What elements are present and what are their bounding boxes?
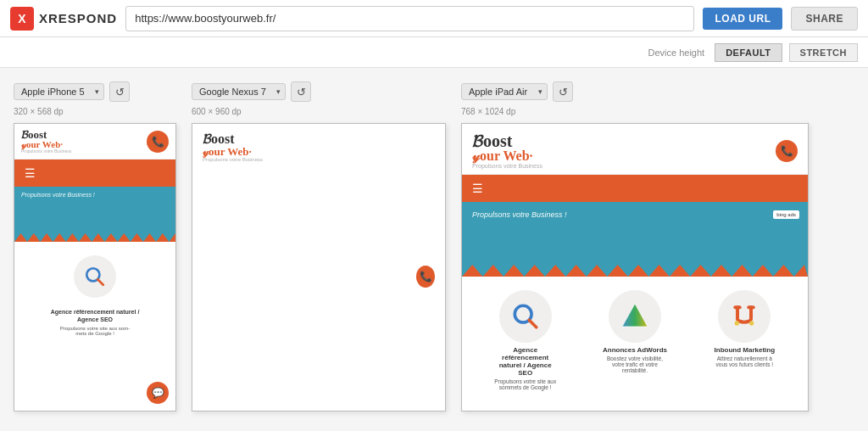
iphone-service-icons — [19, 249, 170, 308]
nexus-dims: 600 × 960 dp — [192, 107, 242, 116]
ipad-services-row: Agenceréférencementnaturel / Agence SEO … — [467, 283, 803, 397]
ipad-dims: 768 × 1024 dp — [461, 107, 515, 116]
load-url-button[interactable]: LOAD URL — [703, 8, 782, 30]
iphone-search-svg — [84, 266, 106, 288]
ipad-services: Agenceréférencementnaturel / Agence SEO … — [462, 277, 808, 404]
nexus-rotate-button[interactable]: ↺ — [291, 81, 311, 102]
ipad-nav: ☰ — [462, 175, 808, 202]
toolbar: Device height DEFAULT STRETCH — [0, 37, 868, 68]
svg-point-11 — [749, 321, 754, 325]
ipad-brand: 𝓑oost 𝓎our Web· Propulsons votre Busines… — [472, 132, 542, 169]
iphone-device-select[interactable]: Apple iPhone 5 — [14, 83, 104, 100]
iphone-brand: 𝓑oost 𝓎our Web· Propulsons votre Busines… — [21, 129, 71, 154]
ipad-search-icon-circle — [499, 290, 552, 343]
iphone-hero: Propulsons votre Business ! — [14, 187, 175, 242]
main-area: Apple iPhone 5 ↺ 320 × 568 dp 𝓑oost 𝓎our… — [0, 68, 868, 431]
svg-line-5 — [529, 320, 537, 327]
iphone-phone-badge: 📞 — [147, 131, 169, 153]
logo: X XRESPOND — [10, 7, 117, 31]
ipad-preview: 𝓑oost 𝓎our Web· Propulsons votre Busines… — [462, 124, 808, 411]
ipad-adwords-svg — [620, 301, 650, 332]
iphone-site-header: 𝓑oost 𝓎our Web· Propulsons votre Busines… — [14, 124, 175, 160]
ipad-phone-badge: 📞 — [776, 140, 798, 162]
ipad-device-select[interactable]: Apple iPad Air — [461, 83, 548, 100]
ipad-service-inbound: Inbound Marketing Attirez naturellement … — [710, 290, 778, 390]
svg-point-12 — [735, 321, 739, 325]
device-nexus-header: Google Nexus 7 ↺ — [192, 81, 311, 102]
ipad-seo-desc: Propulsons votre site aux sommets de Goo… — [492, 378, 559, 390]
ipad-service-seo: Agenceréférencementnaturel / Agence SEO … — [492, 290, 559, 390]
nexus-phone-badge: 📞 — [416, 266, 435, 288]
logo-icon: X — [10, 7, 34, 31]
device-iphone: Apple iPhone 5 ↺ 320 × 568 dp 𝓑oost 𝓎our… — [14, 81, 176, 431]
topbar: X XRESPOND LOAD URL SHARE — [0, 0, 868, 37]
ipad-bing-badge: bing ads — [773, 210, 799, 219]
iphone-service-title: Agence référencement naturel /Agence SEO — [19, 308, 170, 323]
iphone-dims: 320 × 568 dp — [14, 107, 64, 116]
ipad-site-header: 𝓑oost 𝓎our Web· Propulsons votre Busines… — [462, 124, 808, 175]
stretch-button[interactable]: STRETCH — [789, 43, 858, 62]
iphone-services: Agence référencement naturel /Agence SEO… — [14, 242, 175, 343]
ipad-service-adwords: Annonces AdWords Boostez votre visibilit… — [601, 290, 669, 390]
iphone-service-text: Agence référencement naturel /Agence SEO… — [19, 308, 170, 336]
iphone-wave — [14, 233, 175, 242]
share-button[interactable]: SHARE — [791, 7, 858, 31]
iphone-search-icon-circle — [74, 255, 116, 298]
nexus-preview: 𝓑oost 𝓎our Web· Propulsons votre Busines… — [192, 124, 445, 411]
nexus-select-wrapper[interactable]: Google Nexus 7 — [192, 83, 286, 100]
nexus-device-select[interactable]: Google Nexus 7 — [192, 83, 286, 100]
iphone-rotate-button[interactable]: ↺ — [109, 81, 130, 102]
ipad-adwords-icon-circle — [609, 290, 661, 343]
iphone-hamburger-icon: ☰ — [25, 166, 36, 180]
ipad-adwords-title: Annonces AdWords — [603, 346, 667, 354]
ipad-select-wrapper[interactable]: Apple iPad Air — [461, 83, 548, 100]
ipad-hero: Propulsons votre Business ! bing ads — [462, 202, 808, 277]
default-button[interactable]: DEFAULT — [715, 43, 782, 62]
ipad-seo-title: Agenceréférencementnaturel / Agence SEO — [492, 346, 559, 377]
ipad-frame: 𝓑oost 𝓎our Web· Propulsons votre Busines… — [461, 123, 809, 411]
ipad-magnet-svg — [731, 303, 758, 330]
iphone-frame: 𝓑oost 𝓎our Web· Propulsons votre Busines… — [14, 123, 176, 411]
device-height-label: Device height — [648, 48, 704, 58]
nexus-brand: 𝓑oost 𝓎our Web· Propulsons votre Busines… — [203, 132, 416, 411]
device-ipad: Apple iPad Air ↺ 768 × 1024 dp 𝓑oost 𝓎ou… — [461, 81, 809, 431]
ipad-hamburger-icon: ☰ — [472, 182, 483, 195]
iphone-select-wrapper[interactable]: Apple iPhone 5 — [14, 83, 104, 100]
device-nexus: Google Nexus 7 ↺ 600 × 960 dp 𝓑oost 𝓎our… — [192, 81, 446, 431]
device-ipad-header: Apple iPad Air ↺ — [461, 81, 573, 102]
nexus-frame: 𝓑oost 𝓎our Web· Propulsons votre Busines… — [192, 123, 446, 411]
device-iphone-header: Apple iPhone 5 ↺ — [14, 81, 130, 102]
ipad-adwords-desc: Boostez votre visibilité, votre trafic e… — [601, 355, 669, 373]
ipad-inbound-icon-circle — [718, 290, 771, 343]
ipad-inbound-desc: Attirez naturellement à vous vos futurs … — [710, 355, 778, 367]
url-input[interactable] — [125, 6, 694, 31]
svg-marker-7 — [622, 304, 648, 327]
iphone-hero-text: Propulsons votre Business ! — [14, 187, 175, 203]
iphone-preview: 𝓑oost 𝓎our Web· Propulsons votre Busines… — [14, 124, 175, 411]
iphone-chat-bubble[interactable]: 💬 — [147, 382, 169, 404]
logo-text: XRESPOND — [39, 11, 117, 25]
ipad-hero-badges: bing ads — [773, 210, 799, 219]
iphone-nav: ☰ — [14, 160, 175, 187]
ipad-wave — [462, 265, 808, 277]
svg-line-1 — [97, 279, 103, 285]
ipad-hero-text: Propulsons votre Business ! — [462, 202, 808, 227]
ipad-rotate-button[interactable]: ↺ — [553, 81, 573, 102]
ipad-inbound-title: Inbound Marketing — [715, 346, 776, 354]
ipad-search-svg — [511, 302, 540, 331]
iphone-service-desc: Propulsons votre site aux som-mets de Go… — [19, 326, 170, 336]
nexus-site-header: 𝓑oost 𝓎our Web· Propulsons votre Busines… — [192, 124, 445, 411]
